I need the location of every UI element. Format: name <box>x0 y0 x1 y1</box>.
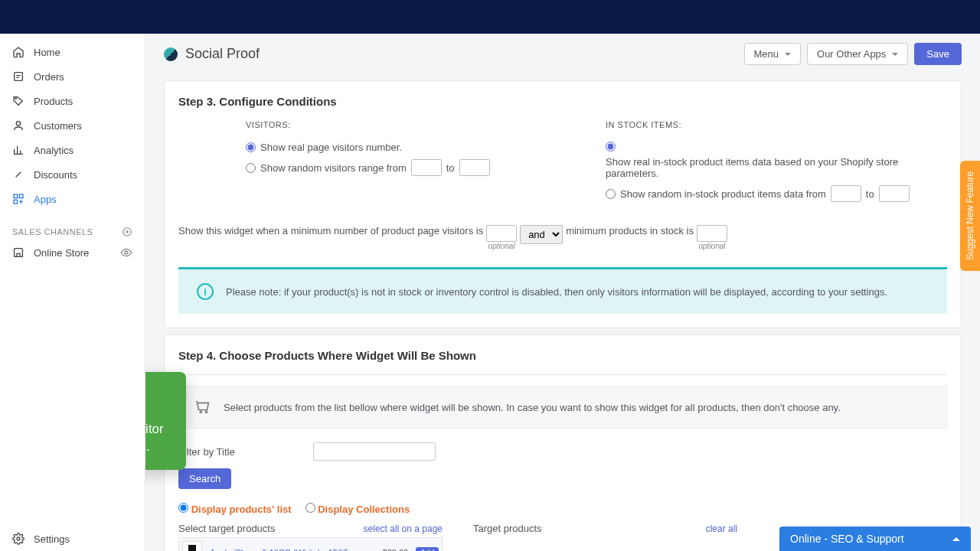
suggest-feature-tab[interactable]: Suggest New Feature <box>960 161 980 271</box>
nav-orders[interactable]: Orders <box>0 64 145 89</box>
main-content: Social Proof Menu Our Other Apps Save St… <box>145 34 980 551</box>
menu-button[interactable]: Menu <box>744 43 802 65</box>
nav-home[interactable]: Home <box>0 40 145 64</box>
app-logo-icon <box>164 47 178 61</box>
product-row: Apple iPhone 5 16GB (White) - AT&T $20.0… <box>178 537 443 551</box>
nav-discounts[interactable]: Discounts <box>0 162 145 187</box>
cart-icon <box>194 399 211 416</box>
svg-rect-5 <box>14 200 18 204</box>
apps-icon <box>12 193 24 205</box>
clear-all-link[interactable]: clear all <box>706 523 737 534</box>
nav-label: Analytics <box>34 145 74 156</box>
chat-widget[interactable]: Online - SEO & Support <box>779 527 971 551</box>
orders-icon <box>12 70 24 83</box>
step4-title: Step 4. Choose Products Where Widget Wil… <box>178 349 947 362</box>
nav-label: Discounts <box>34 169 77 181</box>
svg-point-7 <box>125 251 128 254</box>
user-icon <box>12 119 24 132</box>
info-icon: i <box>197 283 214 300</box>
min-stock-input[interactable] <box>697 225 727 242</box>
visitors-label: VISITORS: <box>246 120 587 129</box>
select-banner: Select products from the list bellow whe… <box>178 386 947 429</box>
select-target-label: Select target products <box>178 523 275 534</box>
min-visitors-input[interactable] <box>486 225 517 242</box>
select-all-link[interactable]: select all on a page <box>364 523 443 534</box>
channel-online-store[interactable]: Online Store <box>0 240 145 265</box>
nav-settings[interactable]: Settings <box>0 527 145 551</box>
chevron-down-icon <box>892 53 898 56</box>
radio-display-collections[interactable]: Display Collections <box>305 503 410 515</box>
search-button[interactable]: Search <box>178 468 231 489</box>
radio-stock-real[interactable]: Show real in-stock product items data ba… <box>606 139 947 182</box>
save-button[interactable]: Save <box>914 43 962 65</box>
nav-customers[interactable]: Customers <box>0 113 145 138</box>
page-title-text: Social Proof <box>185 46 260 62</box>
select-banner-text: Select products from the list bellow whe… <box>224 402 841 413</box>
step3-title: Step 3. Configure Conditions <box>178 95 947 108</box>
add-button[interactable]: Add <box>416 547 439 552</box>
top-bar <box>0 0 980 34</box>
product-thumb <box>182 541 202 551</box>
analytics-icon <box>12 144 24 156</box>
info-banner: i Please note: if your product(s) is not… <box>178 267 947 314</box>
stock-from-input[interactable] <box>831 185 861 202</box>
widget-when-text-2: minimum products in stock is <box>566 225 694 236</box>
nav-label: Customers <box>34 120 82 132</box>
nav-products[interactable]: Products <box>0 89 145 113</box>
discount-icon <box>12 168 24 181</box>
product-name[interactable]: Apple iPhone 5 16GB (White) - AT&T <box>210 548 375 551</box>
eye-icon[interactable] <box>120 246 132 259</box>
info-text: Please note: if your product(s) is not i… <box>226 286 887 298</box>
svg-rect-4 <box>19 194 23 198</box>
nav-label: Settings <box>34 533 70 545</box>
svg-point-8 <box>17 537 20 540</box>
nav-analytics[interactable]: Analytics <box>0 138 145 162</box>
sales-channels-header: SALES CHANNELS <box>0 217 145 240</box>
sidebar: Home Orders Products Customers Analytics… <box>0 34 145 551</box>
channel-label: Online Store <box>34 247 89 259</box>
tag-icon <box>12 95 24 107</box>
widget-when-text-1: Show this widget when a minimum number o… <box>178 225 483 236</box>
product-price: $20.00 <box>383 548 409 551</box>
other-apps-button[interactable]: Our Other Apps <box>807 43 908 65</box>
nav-label: Apps <box>34 194 57 205</box>
radio-visitors-random[interactable]: Show random visitors range fromto <box>246 156 587 179</box>
section-label: SALES CHANNELS <box>12 227 93 236</box>
stock-label: IN STOCK ITEMS: <box>606 120 947 129</box>
svg-point-1 <box>15 98 16 99</box>
home-icon <box>12 46 24 58</box>
target-products-label: Target products <box>473 523 542 534</box>
svg-point-2 <box>16 122 20 126</box>
page-title: Social Proof <box>164 46 260 62</box>
chevron-down-icon <box>785 53 791 56</box>
chevron-up-icon <box>952 537 960 541</box>
and-or-select[interactable]: and <box>520 225 563 244</box>
nav-label: Home <box>34 47 60 58</box>
svg-rect-3 <box>14 194 18 198</box>
svg-rect-0 <box>15 73 23 81</box>
nav-label: Orders <box>34 71 64 83</box>
store-icon <box>12 246 24 259</box>
filter-label: Filter by Title <box>178 446 301 458</box>
nav-apps[interactable]: Apps <box>0 187 145 211</box>
add-channel-icon[interactable] <box>122 227 132 237</box>
radio-visitors-real[interactable]: Show real page visitors number. <box>246 139 587 156</box>
radio-display-products[interactable]: Display products' list <box>178 503 292 515</box>
filter-input[interactable] <box>313 442 436 461</box>
step3-panel: Step 3. Configure Conditions VISITORS: S… <box>164 80 962 328</box>
gear-icon <box>12 533 24 545</box>
visitors-from-input[interactable] <box>411 159 442 176</box>
chat-label: Online - SEO & Support <box>790 533 904 545</box>
onboarding-tooltip: Display actual or random numbers regardi… <box>145 372 186 470</box>
visitors-to-input[interactable] <box>459 159 490 176</box>
nav-label: Products <box>34 96 73 107</box>
step4-panel: Step 4. Choose Products Where Widget Wil… <box>164 334 962 551</box>
stock-to-input[interactable] <box>879 185 910 202</box>
radio-stock-random[interactable]: Show random in-stock product items data … <box>606 182 947 205</box>
